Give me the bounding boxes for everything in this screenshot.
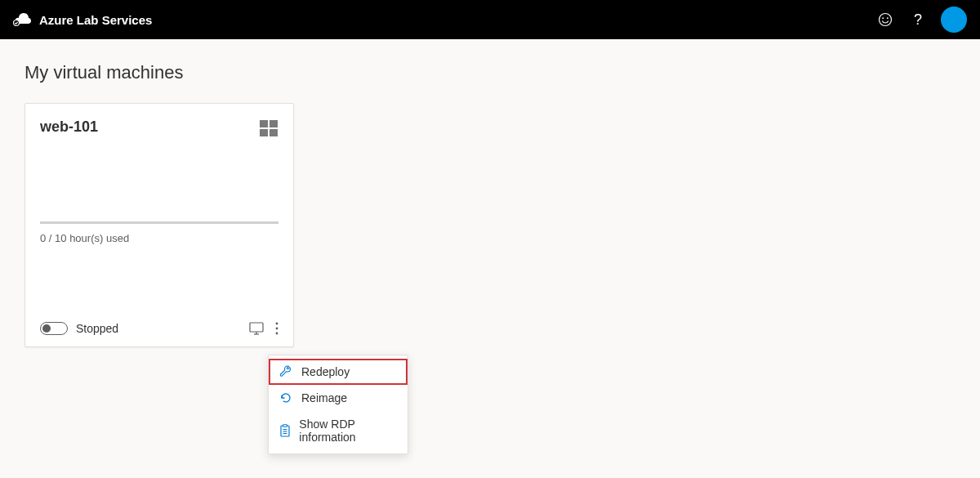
clipboard-icon [278, 424, 291, 437]
top-bar: Azure Lab Services ? [0, 0, 980, 39]
menu-item-show-rdp[interactable]: Show RDP information [269, 411, 408, 450]
svg-point-2 [882, 17, 884, 19]
wrench-icon [278, 365, 293, 378]
windows-icon [259, 118, 278, 141]
help-button[interactable]: ? [902, 0, 934, 39]
vm-status: Stopped [76, 322, 241, 335]
svg-rect-15 [283, 425, 287, 427]
refresh-icon [278, 391, 293, 404]
svg-point-1 [880, 14, 892, 26]
page-content: My virtual machines web-101 0 / 10 hour(… [0, 39, 980, 370]
svg-rect-7 [270, 129, 278, 136]
page-title: My virtual machines [24, 62, 956, 83]
svg-rect-5 [270, 120, 278, 127]
svg-point-3 [887, 17, 889, 19]
svg-rect-4 [260, 120, 268, 127]
more-actions-button[interactable] [275, 322, 278, 335]
svg-rect-6 [260, 129, 268, 136]
power-toggle[interactable] [40, 322, 68, 335]
azure-lab-icon [13, 12, 31, 27]
product-name: Azure Lab Services [39, 13, 152, 27]
monitor-icon [249, 322, 264, 335]
smiley-icon [878, 12, 893, 27]
connect-button[interactable] [249, 322, 264, 335]
feedback-button[interactable] [869, 0, 902, 39]
menu-label: Redeploy [301, 365, 350, 378]
product-brand[interactable]: Azure Lab Services [13, 12, 152, 27]
vm-card: web-101 0 / 10 hour(s) used Stopped [24, 103, 294, 347]
vm-name: web-101 [40, 118, 98, 136]
svg-point-13 [276, 333, 278, 335]
vm-actions-menu: Redeploy Reimage Show RDP information [268, 355, 408, 454]
user-avatar[interactable] [941, 7, 967, 33]
help-icon: ? [914, 11, 922, 29]
usage-progress-bar [40, 221, 278, 224]
dots-vertical-icon [275, 322, 278, 335]
menu-item-reimage[interactable]: Reimage [269, 385, 408, 411]
menu-label: Reimage [301, 391, 347, 404]
usage-text: 0 / 10 hour(s) used [40, 232, 278, 244]
svg-rect-8 [250, 323, 263, 332]
menu-label: Show RDP information [299, 418, 398, 444]
svg-point-12 [276, 328, 278, 330]
menu-item-redeploy[interactable]: Redeploy [269, 359, 408, 385]
svg-point-11 [276, 323, 278, 325]
